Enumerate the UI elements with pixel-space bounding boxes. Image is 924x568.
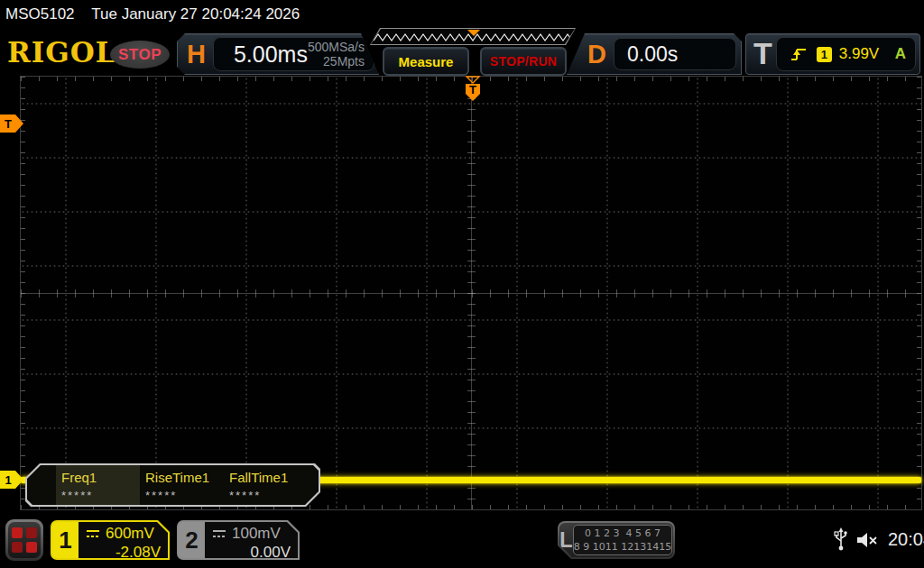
measurement-value: *****: [229, 489, 308, 502]
waveform-overview-bar[interactable]: [370, 28, 576, 45]
trigger-source-number: 1: [821, 48, 827, 61]
sample-rate: 500MSa/s: [308, 40, 365, 54]
measurement-item-falltime1[interactable]: FallTime1 *****: [224, 465, 308, 505]
speaker-muted-icon: [855, 530, 879, 550]
sample-rate-block: 500MSa/s 25Mpts: [308, 40, 365, 69]
dc-coupling-icon: [212, 529, 226, 538]
model-name: MSO5102: [5, 5, 75, 23]
channel2-values: 100mV 0.00V: [205, 522, 298, 558]
channel1-position-marker-icon[interactable]: 1: [0, 471, 23, 489]
measurement-popup[interactable]: Freq1 ***** RiseTime1 ***** FallTime1 **…: [25, 463, 320, 507]
measurement-item-risetime1[interactable]: RiseTime1 *****: [140, 465, 224, 505]
status-bar: MSO5102 Tue January 27 20:04:24 2026: [0, 0, 924, 29]
acquisition-state-label: STOP: [118, 46, 162, 64]
oscilloscope-screen: MSO5102 Tue January 27 20:04:24 2026 RIG…: [0, 0, 924, 568]
function-navigator-button[interactable]: [5, 519, 43, 561]
horizontal-label: H: [187, 40, 206, 69]
channel1-badge[interactable]: 1 600mV -2.08V: [51, 520, 170, 560]
menu-grid-square: [26, 542, 37, 553]
memory-depth: 25Mpts: [308, 54, 365, 69]
timebase-value: 5.00ms: [234, 41, 308, 68]
usb-icon: [834, 527, 848, 552]
measurement-label: RiseTime1: [145, 470, 224, 485]
channel1-values: 600mV -2.08V: [79, 522, 168, 558]
logic-channel-numbers: 0 1 2 3 4 5 6 7 8 9 1011 12131415: [573, 525, 672, 555]
dc-coupling-icon: [86, 529, 100, 538]
channel2-number-tab: 2: [179, 522, 205, 558]
measurement-popup-inner: Freq1 ***** RiseTime1 ***** FallTime1 **…: [27, 465, 319, 505]
waveform-graticule[interactable]: [20, 76, 922, 510]
menu-grid-icon: [8, 522, 41, 558]
measurement-value: *****: [145, 489, 224, 502]
channel2-badge-inner: 2 100mV 0.00V: [179, 522, 298, 558]
menu-grid-square: [12, 542, 23, 553]
menu-grid-square: [12, 527, 23, 538]
logic-row-0-7: 0 1 2 3 4 5 6 7: [585, 527, 661, 540]
channel2-offset: 0.00V: [212, 544, 291, 558]
channel2-scale: 100mV: [232, 525, 281, 543]
trigger-source-badge: 1: [817, 47, 832, 62]
channel1-number-tab: 1: [52, 522, 79, 558]
delay-label: D: [587, 40, 606, 69]
logic-channels-badge[interactable]: L 0 1 2 3 4 5 6 7 8 9 1011 12131415: [558, 521, 675, 559]
logic-label: L: [559, 523, 573, 557]
measure-button-label: Measure: [399, 54, 454, 69]
channel1-scale: 600mV: [106, 525, 154, 543]
waveform-overview-inner: [371, 29, 575, 44]
waveform-overview-zigzag-icon: [371, 29, 575, 44]
delay-inset: 0.00s: [614, 38, 736, 70]
measurement-item-freq1[interactable]: Freq1 *****: [56, 465, 140, 505]
channel2-badge[interactable]: 2 100mV 0.00V: [177, 520, 300, 560]
trigger-position-marker-icon[interactable]: T: [463, 76, 483, 102]
measure-button[interactable]: Measure: [383, 47, 469, 76]
trigger-sweep-mode: A: [895, 45, 906, 63]
channel1-badge-inner: 1 600mV -2.08V: [52, 522, 168, 558]
trigger-inset: 1 3.99V A: [776, 37, 916, 71]
system-datetime: Tue January 27 20:04:24 2026: [91, 5, 300, 23]
acquisition-state-badge: STOP: [110, 41, 170, 69]
delay-value: 0.00s: [627, 42, 678, 67]
trigger-level-value: 3.99V: [839, 45, 879, 63]
system-clock: 20:04: [888, 529, 924, 550]
stop-run-button[interactable]: STOP/RUN: [480, 47, 567, 76]
stop-run-button-label: STOP/RUN: [490, 54, 558, 69]
measurement-label: Freq1: [61, 470, 140, 485]
rigol-logo: RIGOL: [7, 36, 116, 69]
logic-row-8-15: 8 9 1011 12131415: [574, 540, 671, 554]
logic-badge-inner: L 0 1 2 3 4 5 6 7 8 9 1011 12131415: [559, 523, 673, 557]
svg-text:1: 1: [5, 473, 11, 487]
horizontal-settings-panel[interactable]: H 5.00ms 500MSa/s 25Mpts: [177, 33, 379, 75]
measurement-label: FallTime1: [229, 470, 308, 485]
trigger-level-marker-icon[interactable]: T: [0, 115, 23, 133]
rising-edge-trigger-icon: [790, 46, 808, 62]
measurement-value: *****: [61, 489, 140, 502]
svg-text:T: T: [5, 117, 12, 131]
horizontal-inset: 5.00ms 500MSa/s 25Mpts: [213, 37, 374, 71]
channel1-offset: -2.08V: [86, 544, 161, 558]
trigger-label: T: [753, 36, 772, 71]
svg-text:T: T: [469, 83, 476, 96]
delay-panel[interactable]: D 0.00s: [567, 33, 742, 75]
trigger-panel[interactable]: T 1 3.99V A: [745, 33, 920, 75]
menu-grid-square: [26, 527, 37, 538]
